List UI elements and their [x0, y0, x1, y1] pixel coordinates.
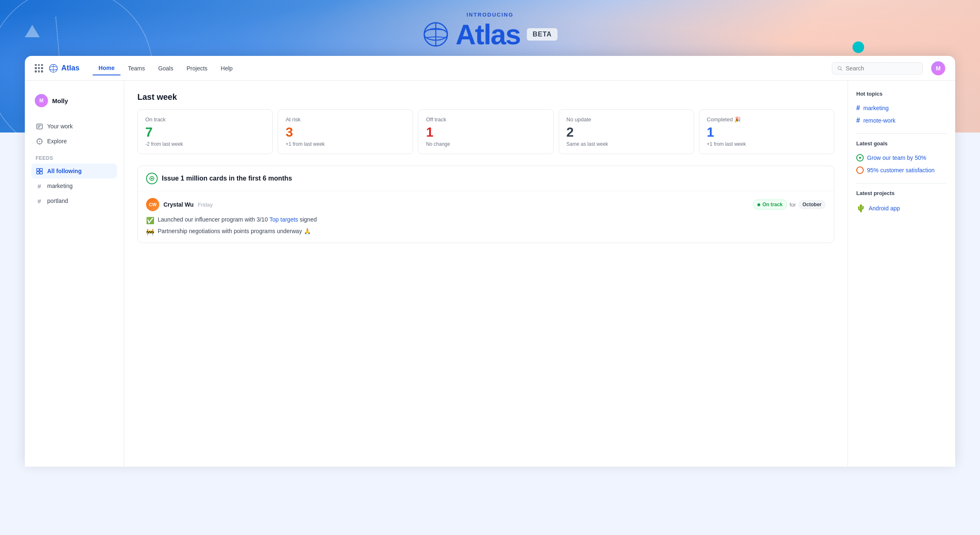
grid-menu-icon[interactable] [35, 64, 43, 72]
feed-username: Crystal Wu [163, 201, 194, 208]
svg-point-24 [859, 157, 861, 159]
stat-label-off-track: Off track [426, 116, 545, 123]
sidebar-all-following-label: All following [47, 168, 82, 174]
check-icon: ✅ [146, 217, 154, 224]
hot-topics-title: Hot topics [856, 91, 947, 97]
feed-updates-list: ✅ Launched our influencer program with 3… [146, 216, 826, 236]
sidebar-item-explore[interactable]: Explore [31, 134, 117, 149]
feed-goal-title: Issue 1 million cards in the first 6 mon… [162, 175, 292, 182]
hot-topic-remote-work-label: remote-work [863, 117, 896, 124]
hot-topic-marketing-label: marketing [863, 105, 889, 111]
feed-status-area: On track for October [753, 200, 826, 210]
stat-value-at-risk: 3 [286, 125, 405, 140]
search-icon [837, 65, 843, 71]
stat-change-completed: +1 from last week [707, 141, 826, 147]
construction-icon: 🚧 [146, 228, 154, 236]
stat-card-no-update: No update 2 Same as last week [559, 109, 694, 154]
top-targets-link[interactable]: Top targets [269, 216, 298, 223]
divider-1 [856, 133, 947, 134]
stat-card-on-track: On track 7 -2 from last week [137, 109, 273, 154]
stat-label-no-update: No update [567, 116, 686, 123]
latest-goal-grow-team-label: Grow our team by 50% [867, 154, 926, 161]
stat-label-on-track: On track [145, 116, 265, 123]
search-input[interactable] [846, 65, 918, 72]
latest-project-android-label: Android app [869, 205, 900, 212]
intro-section: INTRODUCING Atlas BETA [0, 0, 980, 48]
stat-value-completed: 1 [707, 125, 826, 140]
svg-rect-19 [40, 168, 42, 171]
stat-value-no-update: 2 [567, 125, 686, 140]
nav-logo[interactable]: Atlas [49, 64, 79, 73]
latest-goals-list: Grow our team by 50% 95% customer satisf… [856, 152, 947, 176]
sidebar-username: Molly [52, 97, 68, 104]
latest-goal-customer-satisfaction[interactable]: 95% customer satisfaction [856, 164, 947, 176]
svg-rect-18 [36, 168, 39, 171]
atlas-logo-icon [423, 21, 449, 48]
sidebar-item-portland[interactable]: # portland [31, 193, 117, 208]
latest-goal-customer-satisfaction-label: 95% customer satisfaction [867, 167, 934, 174]
feed-update-item-1: ✅ Launched our influencer program with 3… [146, 216, 826, 224]
atlas-title: Atlas [456, 20, 520, 48]
stat-change-off-track: No change [426, 141, 545, 147]
hot-topic-remote-work[interactable]: # remote-work [856, 114, 947, 127]
content-area: M Molly Your work [25, 81, 955, 467]
nav-link-home[interactable]: Home [93, 61, 120, 75]
feed-item: Issue 1 million cards in the first 6 mon… [137, 166, 834, 243]
svg-point-23 [151, 178, 153, 179]
nav-link-teams[interactable]: Teams [122, 62, 151, 75]
status-dot [757, 203, 760, 206]
sidebar-user[interactable]: M Molly [31, 91, 117, 111]
hot-topics-list: # marketing # remote-work [856, 102, 947, 127]
sidebar-item-marketing[interactable]: # marketing [31, 178, 117, 193]
for-text: for [790, 202, 796, 208]
stat-label-completed: Completed 🎉 [707, 116, 826, 123]
main-content: Last week On track 7 -2 from last week A… [124, 81, 848, 467]
svg-point-13 [39, 141, 40, 142]
intro-logo-row: Atlas BETA [0, 20, 980, 48]
stat-value-off-track: 1 [426, 125, 545, 140]
status-label: On track [762, 202, 783, 207]
sidebar-item-your-work[interactable]: Your work [31, 119, 117, 134]
feeds-section-label: Feeds [31, 149, 117, 164]
feed-icon [36, 167, 43, 175]
svg-line-7 [841, 69, 842, 70]
feed-item-header[interactable]: Issue 1 million cards in the first 6 mon… [138, 166, 834, 191]
nav-links: Home Teams Goals Projects Help [93, 61, 829, 75]
goal-green-icon [856, 154, 864, 161]
stat-value-on-track: 7 [145, 125, 265, 140]
feed-update-area: CW Crystal Wu Friday On track for Octobe… [138, 191, 834, 243]
stat-card-at-risk: At risk 3 +1 from last week [278, 109, 413, 154]
hash-icon: # [856, 104, 860, 112]
hash-icon-portland: # [36, 197, 43, 205]
sidebar-marketing-label: marketing [47, 183, 72, 189]
latest-projects-list: 🌵 Android app [856, 201, 947, 215]
nav-search-box[interactable] [832, 62, 923, 75]
latest-project-android[interactable]: 🌵 Android app [856, 201, 947, 215]
sidebar-user-avatar: M [35, 94, 48, 107]
stat-card-off-track: Off track 1 No change [418, 109, 553, 154]
latest-projects-title: Latest projects [856, 190, 947, 196]
svg-rect-21 [40, 171, 42, 174]
stat-label-at-risk: At risk [286, 116, 405, 123]
status-pill[interactable]: On track [753, 200, 787, 210]
your-work-icon [36, 123, 43, 130]
stats-row: On track 7 -2 from last week At risk 3 +… [137, 109, 834, 154]
latest-goal-grow-team[interactable]: Grow our team by 50% [856, 152, 947, 164]
user-avatar[interactable]: M [931, 61, 945, 75]
nav-link-projects[interactable]: Projects [181, 62, 214, 75]
app-card: Atlas Home Teams Goals Projects Help M M… [25, 56, 955, 467]
feed-update-text-2: Partnership negotiations with points pro… [158, 228, 311, 234]
hot-topic-marketing[interactable]: # marketing [856, 102, 947, 114]
nav-link-goals[interactable]: Goals [152, 62, 179, 75]
divider-2 [856, 183, 947, 183]
nav-link-help[interactable]: Help [215, 62, 238, 75]
sidebar-item-all-following[interactable]: All following [31, 164, 117, 178]
sidebar-your-work-label: Your work [47, 123, 73, 130]
last-week-title: Last week [137, 92, 834, 102]
period-pill: October [798, 200, 826, 209]
feed-date: Friday [198, 202, 213, 208]
android-project-icon: 🌵 [856, 204, 865, 213]
sidebar-portland-label: portland [47, 198, 68, 204]
nav-atlas-icon [49, 64, 58, 73]
stat-change-at-risk: +1 from last week [286, 141, 405, 147]
